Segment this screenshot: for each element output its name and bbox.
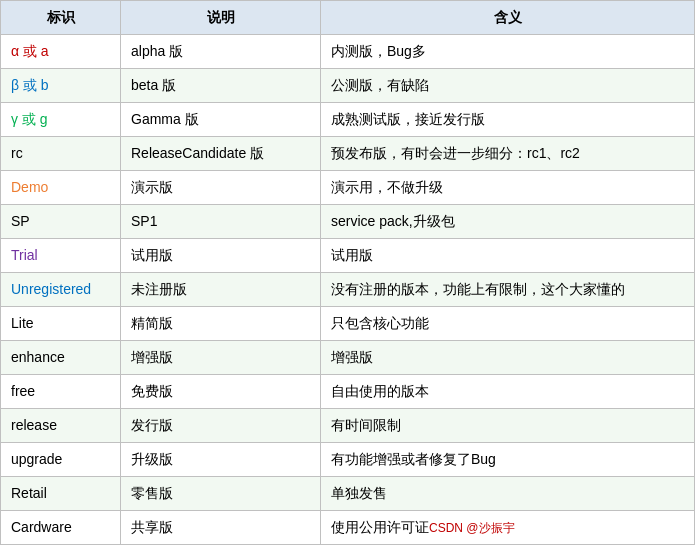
label-text: Lite	[11, 315, 34, 331]
label-text: free	[11, 383, 35, 399]
cell-label: Retail	[1, 477, 121, 511]
header-meaning: 含义	[321, 1, 695, 35]
label-text: Demo	[11, 179, 48, 195]
cell-desc: 增强版	[121, 341, 321, 375]
label-text: α 或 a	[11, 43, 49, 59]
table-row: SPSP1service pack,升级包	[1, 205, 695, 239]
label-text: Cardware	[11, 519, 72, 535]
label-text: upgrade	[11, 451, 62, 467]
cell-label: release	[1, 409, 121, 443]
cell-label: Trial	[1, 239, 121, 273]
table-header-row: 标识 说明 含义	[1, 1, 695, 35]
cell-meaning: 使用公用许可证CSDN @沙振宇	[321, 511, 695, 545]
cell-label: upgrade	[1, 443, 121, 477]
cell-desc: 演示版	[121, 171, 321, 205]
header-desc: 说明	[121, 1, 321, 35]
label-text: γ 或 g	[11, 111, 48, 127]
label-text: release	[11, 417, 57, 433]
watermark: CSDN @沙振宇	[429, 521, 515, 535]
cell-desc: ReleaseCandidate 版	[121, 137, 321, 171]
cell-desc: 试用版	[121, 239, 321, 273]
label-text: SP	[11, 213, 30, 229]
cell-label: Demo	[1, 171, 121, 205]
header-label: 标识	[1, 1, 121, 35]
cell-desc: 未注册版	[121, 273, 321, 307]
table-row: upgrade升级版有功能增强或者修复了Bug	[1, 443, 695, 477]
table-row: Trial试用版试用版	[1, 239, 695, 273]
cell-label: Lite	[1, 307, 121, 341]
cell-meaning: 成熟测试版，接近发行版	[321, 103, 695, 137]
cell-label: free	[1, 375, 121, 409]
cell-desc: 零售版	[121, 477, 321, 511]
cell-desc: 升级版	[121, 443, 321, 477]
cell-meaning: 没有注册的版本，功能上有限制，这个大家懂的	[321, 273, 695, 307]
cell-meaning: 演示用，不做升级	[321, 171, 695, 205]
cell-meaning: 有时间限制	[321, 409, 695, 443]
cell-meaning: 有功能增强或者修复了Bug	[321, 443, 695, 477]
cell-meaning: service pack,升级包	[321, 205, 695, 239]
table-row: Cardware共享版使用公用许可证CSDN @沙振宇	[1, 511, 695, 545]
cell-meaning: 试用版	[321, 239, 695, 273]
table-row: Unregistered未注册版没有注册的版本，功能上有限制，这个大家懂的	[1, 273, 695, 307]
cell-meaning: 内测版，Bug多	[321, 35, 695, 69]
table-row: rcReleaseCandidate 版预发布版，有时会进一步细分：rc1、rc…	[1, 137, 695, 171]
cell-desc: 共享版	[121, 511, 321, 545]
table-row: free免费版自由使用的版本	[1, 375, 695, 409]
cell-label: SP	[1, 205, 121, 239]
cell-label: α 或 a	[1, 35, 121, 69]
table-row: Retail零售版单独发售	[1, 477, 695, 511]
table-row: γ 或 gGamma 版成熟测试版，接近发行版	[1, 103, 695, 137]
cell-meaning: 只包含核心功能	[321, 307, 695, 341]
cell-label: γ 或 g	[1, 103, 121, 137]
cell-label: Cardware	[1, 511, 121, 545]
cell-meaning: 公测版，有缺陷	[321, 69, 695, 103]
cell-meaning: 增强版	[321, 341, 695, 375]
label-text: Trial	[11, 247, 38, 263]
table-row: enhance增强版增强版	[1, 341, 695, 375]
label-text: Retail	[11, 485, 47, 501]
cell-label: Unregistered	[1, 273, 121, 307]
cell-meaning: 单独发售	[321, 477, 695, 511]
cell-label: β 或 b	[1, 69, 121, 103]
cell-desc: alpha 版	[121, 35, 321, 69]
version-table: 标识 说明 含义 α 或 aalpha 版内测版，Bug多β 或 bbeta 版…	[0, 0, 695, 545]
table-row: Lite精简版只包含核心功能	[1, 307, 695, 341]
cell-desc: 免费版	[121, 375, 321, 409]
table-row: Demo演示版演示用，不做升级	[1, 171, 695, 205]
label-text: β 或 b	[11, 77, 49, 93]
cell-label: rc	[1, 137, 121, 171]
table-row: β 或 bbeta 版公测版，有缺陷	[1, 69, 695, 103]
cell-label: enhance	[1, 341, 121, 375]
label-text: Unregistered	[11, 281, 91, 297]
cell-desc: Gamma 版	[121, 103, 321, 137]
cell-desc: 精简版	[121, 307, 321, 341]
cell-desc: SP1	[121, 205, 321, 239]
cell-desc: beta 版	[121, 69, 321, 103]
cell-meaning: 自由使用的版本	[321, 375, 695, 409]
label-text: enhance	[11, 349, 65, 365]
table-row: release发行版有时间限制	[1, 409, 695, 443]
label-text: rc	[11, 145, 23, 161]
cell-desc: 发行版	[121, 409, 321, 443]
table-row: α 或 aalpha 版内测版，Bug多	[1, 35, 695, 69]
cell-meaning: 预发布版，有时会进一步细分：rc1、rc2	[321, 137, 695, 171]
